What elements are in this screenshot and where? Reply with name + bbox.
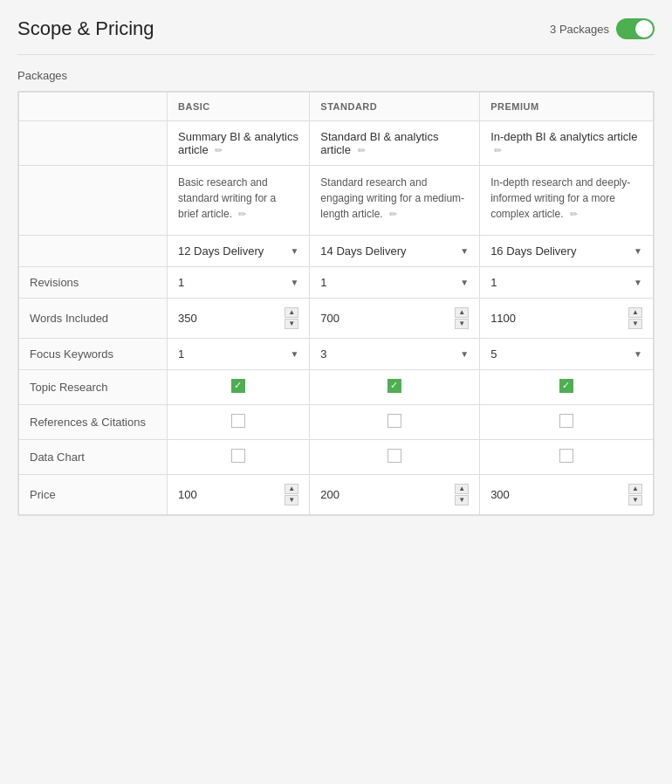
basic-revisions-cell: 1 ▼: [168, 267, 310, 299]
page-title: Scope & Pricing: [17, 17, 154, 40]
premium-price-decrement[interactable]: ▼: [628, 495, 642, 505]
page: Scope & Pricing 3 Packages Packages BASI…: [0, 0, 672, 784]
standard-revisions-arrow-icon: ▼: [460, 278, 469, 287]
title-row-label: [19, 121, 168, 166]
premium-revisions-arrow-icon: ▼: [634, 278, 642, 287]
standard-words-decrement[interactable]: ▼: [455, 319, 469, 329]
premium-price-increment[interactable]: ▲: [628, 484, 642, 494]
premium-column-header: PREMIUM: [480, 93, 654, 121]
description-row-label: [19, 166, 168, 236]
premium-words-decrement[interactable]: ▼: [628, 319, 642, 329]
standard-words-value: 700: [320, 312, 339, 325]
basic-words-decrement[interactable]: ▼: [285, 319, 298, 329]
basic-description-cell: Basic research and standard writing for …: [168, 166, 310, 236]
standard-delivery-cell: 14 Days Delivery ▼: [310, 236, 480, 267]
basic-words-spinner: 350 ▲ ▼: [178, 307, 298, 329]
standard-revisions-dropdown[interactable]: 1 ▼: [320, 276, 469, 289]
basic-revisions-dropdown[interactable]: 1 ▼: [178, 276, 298, 289]
standard-title-text: Standard BI & analytics article: [320, 130, 438, 156]
toggle-container: 3 Packages: [550, 18, 655, 39]
basic-keywords-dropdown[interactable]: 1 ▼: [178, 347, 298, 361]
premium-description-cell: In-depth research and deeply-informed wr…: [480, 166, 654, 236]
premium-delivery-arrow-icon: ▼: [634, 246, 642, 256]
words-included-label: Words Included: [19, 299, 168, 339]
basic-column-header: BASIC: [168, 93, 310, 121]
premium-title-edit-icon[interactable]: ✏: [494, 145, 502, 156]
premium-price-spinner: 300 ▲ ▼: [490, 484, 642, 505]
basic-data-chart-checkbox[interactable]: [231, 449, 245, 463]
premium-references-checkbox[interactable]: [559, 414, 573, 428]
premium-revisions-value: 1: [490, 276, 497, 289]
topic-research-row: Topic Research: [19, 370, 654, 405]
basic-price-decrement[interactable]: ▼: [285, 495, 298, 505]
basic-price-spinner-buttons: ▲ ▼: [285, 484, 298, 505]
basic-description-text: Basic research and standard writing for …: [178, 176, 276, 220]
basic-title-text: Summary BI & analytics article: [178, 130, 298, 156]
premium-revisions-dropdown[interactable]: 1 ▼: [490, 276, 642, 289]
basic-words-increment[interactable]: ▲: [285, 307, 298, 318]
premium-words-increment[interactable]: ▲: [628, 307, 642, 318]
standard-keywords-arrow-icon: ▼: [460, 349, 469, 359]
basic-keywords-arrow-icon: ▼: [290, 349, 298, 359]
standard-references-checkbox[interactable]: [387, 414, 401, 428]
standard-title-edit-icon[interactable]: ✏: [358, 145, 366, 156]
basic-keywords-value: 1: [178, 347, 184, 361]
standard-desc-edit-icon[interactable]: ✏: [389, 207, 397, 222]
basic-references-cell: [168, 405, 310, 440]
delivery-row-label: [19, 236, 168, 267]
basic-price-spinner: 100 ▲ ▼: [178, 484, 298, 505]
standard-delivery-dropdown[interactable]: 14 Days Delivery ▼: [320, 244, 469, 258]
standard-keywords-dropdown[interactable]: 3 ▼: [320, 347, 469, 361]
basic-delivery-arrow-icon: ▼: [290, 246, 298, 256]
premium-topic-research-checkbox[interactable]: [559, 379, 573, 393]
basic-price-value: 100: [178, 488, 197, 501]
premium-price-value: 300: [490, 488, 510, 501]
premium-desc-edit-icon[interactable]: ✏: [570, 207, 578, 222]
toggle-label: 3 Packages: [550, 23, 609, 36]
premium-description-text: In-depth research and deeply-informed wr…: [490, 176, 630, 220]
premium-keywords-dropdown[interactable]: 5 ▼: [490, 347, 642, 361]
standard-delivery-value: 14 Days Delivery: [320, 244, 406, 258]
premium-keywords-cell: 5 ▼: [480, 339, 654, 370]
basic-topic-research-checkbox[interactable]: [231, 379, 245, 393]
label-column-header: [19, 93, 168, 121]
basic-references-checkbox[interactable]: [231, 414, 245, 428]
standard-price-decrement[interactable]: ▼: [455, 495, 469, 505]
standard-price-spinner: 200 ▲ ▼: [320, 484, 469, 505]
standard-price-spinner-buttons: ▲ ▼: [455, 484, 469, 505]
premium-delivery-dropdown[interactable]: 16 Days Delivery ▼: [490, 244, 642, 258]
premium-delivery-cell: 16 Days Delivery ▼: [480, 236, 654, 267]
premium-words-value: 1100: [490, 312, 516, 325]
standard-revisions-value: 1: [320, 276, 326, 289]
references-citations-row: References & Citations: [19, 405, 654, 440]
standard-revisions-cell: 1 ▼: [310, 267, 480, 299]
basic-price-increment[interactable]: ▲: [285, 484, 298, 494]
premium-data-chart-cell: [480, 440, 654, 475]
premium-title-text: In-depth BI & analytics article: [490, 130, 637, 143]
revisions-row: Revisions 1 ▼ 1 ▼: [19, 267, 654, 299]
basic-title-cell: Summary BI & analytics article ✏: [168, 121, 310, 166]
standard-words-cell: 700 ▲ ▼: [310, 299, 480, 339]
standard-data-chart-checkbox[interactable]: [387, 449, 401, 463]
column-headers-row: BASIC STANDARD PREMIUM: [19, 93, 654, 121]
standard-topic-research-checkbox[interactable]: [387, 379, 401, 393]
premium-words-spinner-buttons: ▲ ▼: [628, 307, 642, 329]
header: Scope & Pricing 3 Packages: [17, 17, 655, 40]
basic-revisions-value: 1: [178, 276, 184, 289]
standard-keywords-cell: 3 ▼: [310, 339, 480, 370]
standard-references-cell: [310, 405, 480, 440]
premium-price-spinner-buttons: ▲ ▼: [628, 484, 642, 505]
standard-words-increment[interactable]: ▲: [455, 307, 469, 318]
premium-data-chart-checkbox[interactable]: [559, 449, 573, 463]
basic-delivery-dropdown[interactable]: 12 Days Delivery ▼: [178, 244, 298, 258]
package-title-row: Summary BI & analytics article ✏ Standar…: [19, 121, 654, 166]
standard-price-increment[interactable]: ▲: [455, 484, 469, 494]
words-included-row: Words Included 350 ▲ ▼ 700: [19, 299, 654, 339]
focus-keywords-label: Focus Keywords: [19, 339, 168, 370]
basic-title-edit-icon[interactable]: ✏: [215, 145, 223, 156]
packages-toggle[interactable]: [616, 18, 655, 39]
basic-delivery-value: 12 Days Delivery: [178, 244, 264, 258]
basic-desc-edit-icon[interactable]: ✏: [238, 207, 246, 222]
premium-delivery-value: 16 Days Delivery: [490, 244, 576, 258]
premium-price-cell: 300 ▲ ▼: [480, 475, 654, 515]
